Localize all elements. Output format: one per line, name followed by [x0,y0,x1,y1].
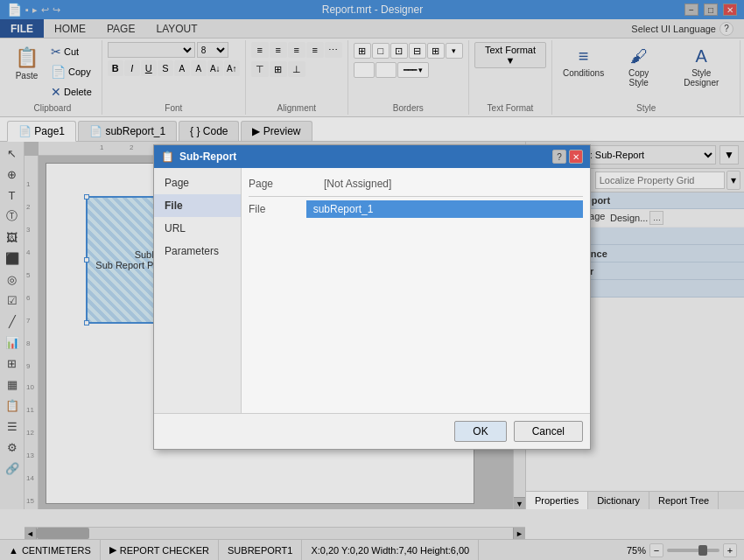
dialog-footer: OK Cancel [154,413,590,449]
dialog-title-text: Sub-Report [179,150,236,163]
dialog-close-button[interactable]: ✕ [569,150,583,164]
dialog-body: Page File URL Parameters Page [Not Assig… [154,168,590,413]
dialog-ok-button[interactable]: OK [454,421,506,442]
dialog-divider [249,196,583,197]
dialog-page-row: Page [Not Assigned] [249,175,583,192]
dialog-title-buttons: ? ✕ [552,150,583,164]
dialog-help-button[interactable]: ? [552,150,566,164]
dialog-file-value[interactable]: subReport_1 [306,200,583,218]
dialog-overlay: 📋 Sub-Report ? ✕ Page File URL Parameter… [0,0,744,560]
dialog-page-label: Page [249,178,319,190]
dialog-content: Page [Not Assigned] File subReport_1 [242,168,590,413]
dialog-page-value: [Not Assigned] [319,175,397,192]
dialog-cancel-button[interactable]: Cancel [514,421,583,442]
dialog-icon: 📋 [161,150,174,163]
dialog-title: 📋 Sub-Report [161,150,236,163]
dialog-nav-page[interactable]: Page [154,172,241,194]
dialog-nav-file[interactable]: File [154,194,241,217]
dialog-nav-url[interactable]: URL [154,217,241,240]
dialog-titlebar: 📋 Sub-Report ? ✕ [154,145,590,168]
dialog-nav: Page File URL Parameters [154,168,242,413]
dialog-nav-parameters[interactable]: Parameters [154,240,241,262]
dialog-file-label: File [249,203,306,215]
subreport-dialog: 📋 Sub-Report ? ✕ Page File URL Parameter… [153,144,591,450]
dialog-file-row: File subReport_1 [249,200,583,218]
